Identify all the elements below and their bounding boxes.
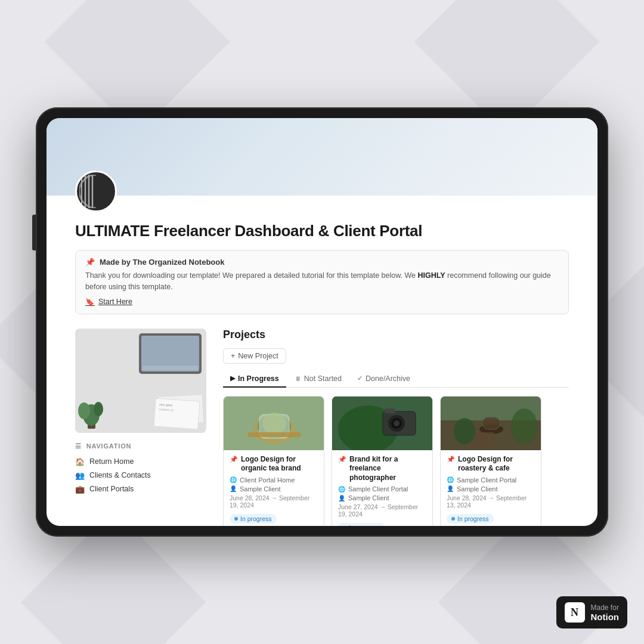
card-title-2: Brand kit for a freelance photographer: [349, 455, 426, 483]
status-badge-2: In progress: [338, 523, 385, 526]
portals-icon: 💼: [75, 485, 85, 494]
notion-made-for-label: Made for: [591, 603, 619, 612]
info-block: 📌 Made by The Organized Notebook Thank y…: [75, 250, 569, 314]
tab-done-archive[interactable]: ✓ Done/Archive: [350, 371, 417, 388]
svg-point-30: [511, 408, 537, 444]
notion-badge: N Made for Notion: [556, 596, 627, 628]
play-icon: ▶: [230, 374, 235, 382]
card-pin-icon-2: 📌: [338, 456, 346, 463]
tea-image-svg: [224, 397, 324, 450]
status-label-3: In progress: [457, 515, 489, 522]
svg-point-15: [262, 413, 286, 434]
card-title-1: Logo Design for organic tea brand: [241, 455, 318, 473]
card-portal-label-1: Client Portal Home: [240, 476, 295, 484]
svg-point-22: [394, 420, 400, 426]
pause-icon: ⏸: [295, 375, 301, 382]
notion-logo-letter: N: [571, 606, 578, 619]
globe-icon-2: 🌐: [338, 486, 345, 493]
project-card-2[interactable]: 📌 Brand kit for a freelance photographer…: [332, 396, 433, 527]
desk-scene: Very Good Creative Co. very good creativ…: [75, 329, 206, 433]
nav-item-clients[interactable]: 👥 Clients & Contacts: [75, 469, 206, 482]
nav-home-label: Return Home: [89, 457, 134, 466]
left-image: Very Good Creative Co. very good creativ…: [75, 329, 206, 433]
card-image-tea: [224, 397, 324, 450]
card-portal-3: 🌐 Sample Client Portal: [447, 476, 535, 484]
page-content: ULTIMATE Freelancer Dashboard & Client P…: [47, 196, 597, 526]
svg-rect-23: [385, 408, 395, 413]
card-body-3: 📌 Logo Design for roastery & cafe 🌐 Samp…: [441, 450, 541, 527]
card-title-row-1: 📌 Logo Design for organic tea brand: [230, 455, 318, 473]
card-title-row-2: 📌 Brand kit for a freelance photographer: [338, 455, 426, 483]
notion-text-block: Made for Notion: [591, 603, 619, 622]
page-logo-svg: [77, 172, 115, 210]
tab-done-archive-label: Done/Archive: [366, 374, 410, 383]
cafe-image-svg: [441, 397, 541, 450]
page-icon: [75, 171, 117, 212]
new-project-button[interactable]: + New Project: [223, 348, 286, 364]
camera-image-svg: [332, 397, 433, 450]
tab-not-started[interactable]: ⏸ Not Started: [287, 371, 349, 388]
card-image-camera: [332, 397, 432, 450]
nav-clients-label: Clients & Contacts: [89, 471, 151, 479]
status-label-1: In progress: [240, 515, 272, 522]
card-client-label-1: Sample Client: [240, 485, 280, 493]
tablet-screen: ULTIMATE Freelancer Dashboard & Client P…: [47, 118, 597, 526]
plus-icon: +: [231, 352, 235, 360]
nav-item-home[interactable]: 🏠 Return Home: [75, 455, 206, 469]
svg-rect-16: [247, 432, 301, 437]
home-icon: 🏠: [75, 457, 85, 466]
left-column: Very Good Creative Co. very good creativ…: [75, 329, 206, 527]
card-portal-label-3: Sample Client Portal: [457, 476, 516, 484]
nav-item-portals[interactable]: 💼 Client Portals: [75, 482, 206, 496]
project-cards-grid: 📌 Logo Design for organic tea brand 🌐 Cl…: [223, 396, 569, 527]
card-title-row-3: 📌 Logo Design for roastery & cafe: [447, 455, 535, 473]
card-body-1: 📌 Logo Design for organic tea brand 🌐 Cl…: [224, 450, 324, 527]
navigation-section: ☰ NAVIGATION 🏠 Return Home 👥 Clients & C…: [75, 442, 206, 496]
card-client-label-3: Sample Client: [457, 485, 497, 493]
card-client-1: 👤 Sample Client: [230, 485, 318, 493]
page-title: ULTIMATE Freelancer Dashboard & Client P…: [75, 222, 569, 240]
projects-header: Projects: [223, 329, 569, 341]
projects-tabs: ▶ In Progress ⏸ Not Started ✓ Done/Archi…: [223, 371, 569, 388]
status-dot-1: [234, 517, 238, 521]
card-client-2: 👤 Sample Client: [338, 494, 426, 501]
card-body-2: 📌 Brand kit for a freelance photographer…: [332, 450, 432, 527]
card-image-cafe: [441, 397, 541, 450]
status-badge-1: In progress: [230, 514, 277, 524]
clients-icon: 👥: [75, 471, 85, 480]
info-block-header: 📌 Made by The Organized Notebook: [85, 258, 559, 267]
tab-not-started-label: Not Started: [304, 374, 342, 383]
nav-portals-label: Client Portals: [89, 485, 134, 493]
nav-header: ☰ NAVIGATION: [75, 442, 206, 450]
plant-svg: [78, 394, 105, 430]
card-date-2: June 27, 2024 → September 19, 2024: [338, 503, 426, 518]
status-dot-3: [451, 517, 455, 521]
check-icon: ✓: [357, 374, 363, 382]
page-icon-circle: [75, 171, 117, 212]
notion-logo: N: [565, 602, 585, 623]
page-banner: [47, 118, 597, 196]
right-column: Projects + New Project ▶ In Progress ⏸: [223, 329, 569, 527]
project-card-3[interactable]: 📌 Logo Design for roastery & cafe 🌐 Samp…: [440, 396, 541, 527]
tab-in-progress[interactable]: ▶ In Progress: [223, 371, 286, 388]
globe-icon-1: 🌐: [230, 476, 237, 483]
project-card-1[interactable]: 📌 Logo Design for organic tea brand 🌐 Cl…: [223, 396, 324, 527]
globe-icon-3: 🌐: [447, 476, 454, 483]
person-icon-3: 👤: [447, 485, 454, 492]
card-client-3: 👤 Sample Client: [447, 485, 535, 493]
info-bold: HIGHLY: [418, 271, 445, 280]
tablet-frame: ULTIMATE Freelancer Dashboard & Client P…: [36, 107, 608, 537]
info-block-body: Thank you for downloading our template! …: [85, 270, 559, 293]
card-portal-1: 🌐 Client Portal Home: [230, 476, 318, 484]
person-icon-1: 👤: [230, 485, 237, 492]
start-here-label: Start Here: [98, 298, 132, 306]
status-label-2: In progress: [349, 524, 380, 526]
status-badge-3: In progress: [447, 514, 494, 524]
new-project-label: New Project: [238, 352, 278, 360]
info-text-1: Thank you for downloading our template! …: [85, 271, 418, 280]
start-here-link[interactable]: 🔖 Start Here: [85, 298, 559, 306]
notion-name-label: Notion: [591, 612, 619, 622]
svg-point-9: [78, 402, 90, 419]
svg-rect-27: [482, 417, 500, 429]
author-label: Made by The Organized Notebook: [100, 258, 224, 267]
